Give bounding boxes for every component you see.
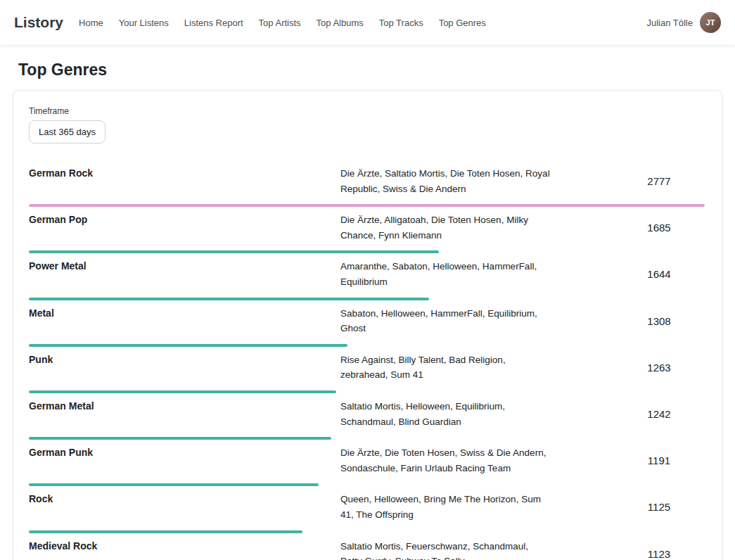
nav-item-listens-report[interactable]: Listens Report xyxy=(184,18,243,28)
top-genres-card: Timeframe Last 365 days German Rock Die … xyxy=(13,90,722,560)
genre-name: Metal xyxy=(29,306,340,336)
genre-row: Power Metal Amaranthe, Sabaton, Hellowee… xyxy=(29,253,705,300)
nav-item-home[interactable]: Home xyxy=(79,18,103,28)
user-name: Julian Tölle xyxy=(646,18,693,28)
genre-row: Metal Sabaton, Helloween, HammerFall, Eq… xyxy=(29,300,705,347)
genre-artists: Rise Against, Billy Talent, Bad Religion… xyxy=(340,352,551,383)
page-title: Top Genres xyxy=(18,61,722,79)
timeframe-button[interactable]: Last 365 days xyxy=(29,120,106,144)
nav-item-top-genres[interactable]: Top Genres xyxy=(439,18,486,28)
nav-item-top-albums[interactable]: Top Albums xyxy=(317,18,364,28)
genre-count: 1125 xyxy=(613,501,705,513)
main-content: Top Genres Timeframe Last 365 days Germa… xyxy=(0,61,735,560)
genre-count: 1242 xyxy=(613,408,705,420)
genre-row: Punk Rise Against, Billy Talent, Bad Rel… xyxy=(29,347,705,393)
nav-item-top-artists[interactable]: Top Artists xyxy=(259,18,301,28)
nav-links: Home Your Listens Listens Report Top Art… xyxy=(79,18,486,28)
genre-name: Rock xyxy=(29,492,340,522)
genre-name: Power Metal xyxy=(29,259,340,289)
genre-artists: Saltatio Mortis, Helloween, Equilibrium,… xyxy=(340,399,551,429)
genre-name: German Metal xyxy=(29,399,340,429)
genre-count: 1123 xyxy=(613,548,705,560)
genre-row: German Pop Die Ärzte, Alligatoah, Die To… xyxy=(29,207,705,253)
genre-artists: Queen, Helloween, Bring Me The Horizon, … xyxy=(340,492,551,522)
genre-row: Medieval Rock Saltatio Mortis, Feuerschw… xyxy=(29,533,705,560)
navbar: Listory Home Your Listens Listens Report… xyxy=(0,0,735,45)
nav-item-your-listens[interactable]: Your Listens xyxy=(119,18,169,28)
genre-row: German Punk Die Ärzte, Die Toten Hosen, … xyxy=(29,440,705,486)
nav-item-top-tracks[interactable]: Top Tracks xyxy=(379,18,423,28)
user-area: Julian Tölle JT xyxy=(646,12,721,33)
genre-list: German Rock Die Ärzte, Saltatio Mortis, … xyxy=(29,160,705,560)
timeframe-label: Timeframe xyxy=(29,106,705,116)
genre-row: German Rock Die Ärzte, Saltatio Mortis, … xyxy=(29,160,705,207)
genre-artists: Die Ärzte, Alligatoah, Die Toten Hosen, … xyxy=(340,212,551,243)
genre-artists: Amaranthe, Sabaton, Helloween, HammerFal… xyxy=(340,259,551,289)
genre-name: Medieval Rock xyxy=(29,539,340,560)
genre-artists: Die Ärzte, Saltatio Mortis, Die Toten Ho… xyxy=(340,166,551,196)
genre-count: 2777 xyxy=(613,175,705,187)
genre-count: 1191 xyxy=(613,454,705,466)
genre-artists: Die Ärzte, Die Toten Hosen, Swiss & Die … xyxy=(340,445,551,476)
genre-name: German Punk xyxy=(29,445,340,476)
genre-name: Punk xyxy=(29,352,340,383)
brand-logo[interactable]: Listory xyxy=(14,14,63,31)
user-avatar[interactable]: JT xyxy=(700,12,721,33)
genre-count: 1308 xyxy=(613,315,705,327)
genre-row: German Metal Saltatio Mortis, Helloween,… xyxy=(29,393,705,440)
genre-artists: Sabaton, Helloween, HammerFall, Equilibr… xyxy=(340,306,551,336)
genre-count: 1685 xyxy=(613,222,705,234)
genre-count: 1644 xyxy=(613,268,705,280)
genre-artists: Saltatio Mortis, Feuerschwanz, Schandmau… xyxy=(340,539,551,560)
genre-name: German Rock xyxy=(29,166,340,196)
genre-name: German Pop xyxy=(29,212,340,243)
genre-count: 1263 xyxy=(613,362,705,374)
genre-row: Rock Queen, Helloween, Bring Me The Hori… xyxy=(29,486,705,533)
